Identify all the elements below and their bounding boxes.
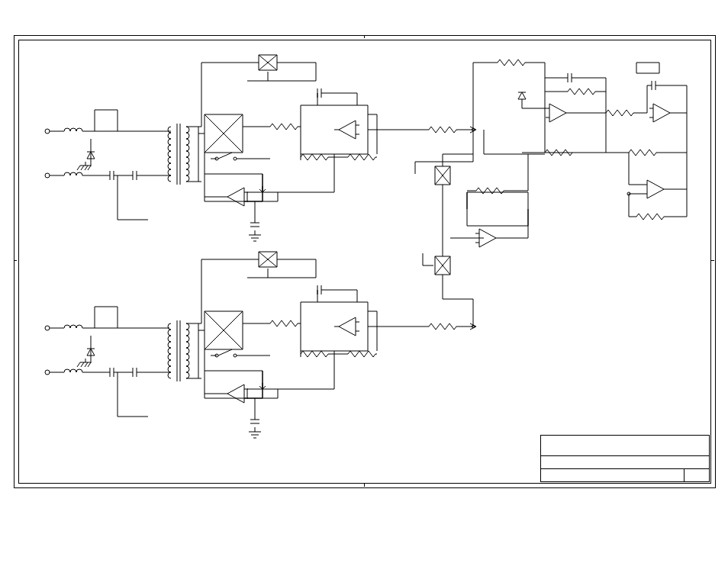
title-line-1 <box>541 436 709 455</box>
title-block <box>540 435 710 482</box>
frame-tick <box>364 35 365 38</box>
title-line-2 <box>541 456 709 468</box>
center-mixers <box>415 130 528 327</box>
frame-tick <box>364 484 365 487</box>
right-network <box>518 63 687 220</box>
frame-tick <box>14 260 17 261</box>
title-line-3a <box>541 469 685 481</box>
svg-rect-118 <box>205 371 263 398</box>
svg-rect-153 <box>467 192 528 226</box>
channel-a <box>45 55 545 241</box>
channel-b <box>45 252 476 438</box>
schematic-svg <box>18 40 710 482</box>
title-line-3b <box>685 469 709 481</box>
schematic-sheet <box>0 0 728 563</box>
svg-rect-66 <box>205 174 263 201</box>
frame-tick <box>711 260 714 261</box>
